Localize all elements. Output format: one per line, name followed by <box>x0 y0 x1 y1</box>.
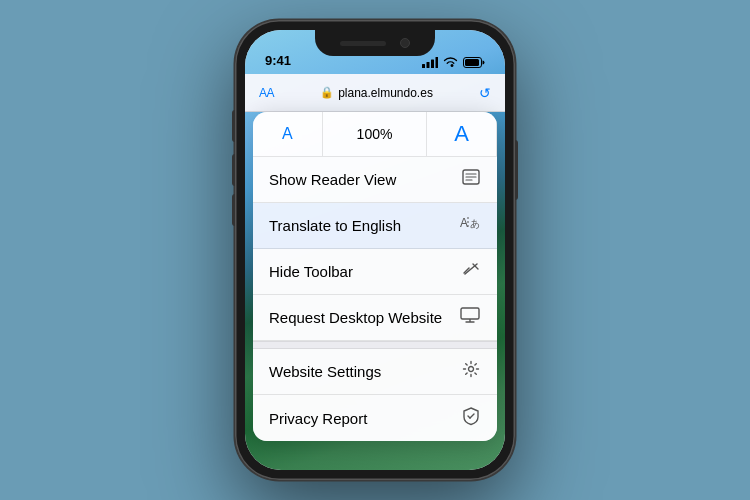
hide-toolbar-item[interactable]: Hide Toolbar <box>253 249 497 295</box>
increase-font-button[interactable]: A <box>427 112 497 156</box>
privacy-icon <box>461 406 481 431</box>
decrease-font-button[interactable]: A <box>253 112 323 156</box>
svg-rect-5 <box>465 59 479 66</box>
wifi-icon <box>443 57 458 68</box>
svg-line-20 <box>470 414 474 418</box>
svg-rect-3 <box>436 57 439 68</box>
svg-rect-15 <box>461 308 479 319</box>
show-reader-view-item[interactable]: Show Reader View <box>253 157 497 203</box>
speaker <box>340 41 386 46</box>
url-text: plana.elmundo.es <box>338 86 433 100</box>
menu-separator <box>253 341 497 349</box>
website-settings-label: Website Settings <box>269 363 381 380</box>
font-percent-display: 100% <box>323 112 427 156</box>
menu-panel: A 100% A Show Reader View <box>253 112 497 441</box>
svg-text:あ: あ <box>470 218 480 229</box>
translate-to-english-label: Translate to English <box>269 217 401 234</box>
website-settings-item[interactable]: Website Settings <box>253 349 497 395</box>
request-desktop-website-label: Request Desktop Website <box>269 309 442 326</box>
hide-toolbar-icon <box>461 259 481 284</box>
battery-icon <box>463 57 485 68</box>
notch <box>315 30 435 56</box>
phone-screen: 9:41 <box>245 30 505 470</box>
aa-button[interactable]: AA <box>259 86 274 100</box>
request-desktop-website-item[interactable]: Request Desktop Website <box>253 295 497 341</box>
phone-mockup: 9:41 <box>235 20 515 480</box>
camera <box>400 38 410 48</box>
status-icons <box>422 57 485 68</box>
reader-view-icon <box>461 167 481 192</box>
reload-button[interactable]: ↺ <box>479 85 491 101</box>
privacy-report-label: Privacy Report <box>269 410 367 427</box>
translate-icon: A あ <box>459 213 481 238</box>
lock-icon: 🔒 <box>320 86 334 99</box>
svg-text:A: A <box>460 216 468 230</box>
svg-point-18 <box>469 367 474 372</box>
translate-to-english-item[interactable]: Translate to English A あ <box>253 203 497 249</box>
font-size-row: A 100% A <box>253 112 497 157</box>
desktop-icon <box>459 305 481 330</box>
svg-rect-0 <box>422 64 425 68</box>
show-reader-view-label: Show Reader View <box>269 171 396 188</box>
address-field[interactable]: 🔒 plana.elmundo.es <box>320 86 433 100</box>
hide-toolbar-label: Hide Toolbar <box>269 263 353 280</box>
svg-rect-1 <box>427 62 430 68</box>
svg-rect-2 <box>431 60 434 69</box>
address-bar[interactable]: AA 🔒 plana.elmundo.es ↺ <box>245 74 505 112</box>
status-time: 9:41 <box>265 53 291 68</box>
settings-icon <box>461 359 481 384</box>
privacy-report-item[interactable]: Privacy Report <box>253 395 497 441</box>
signal-icon <box>422 57 438 68</box>
